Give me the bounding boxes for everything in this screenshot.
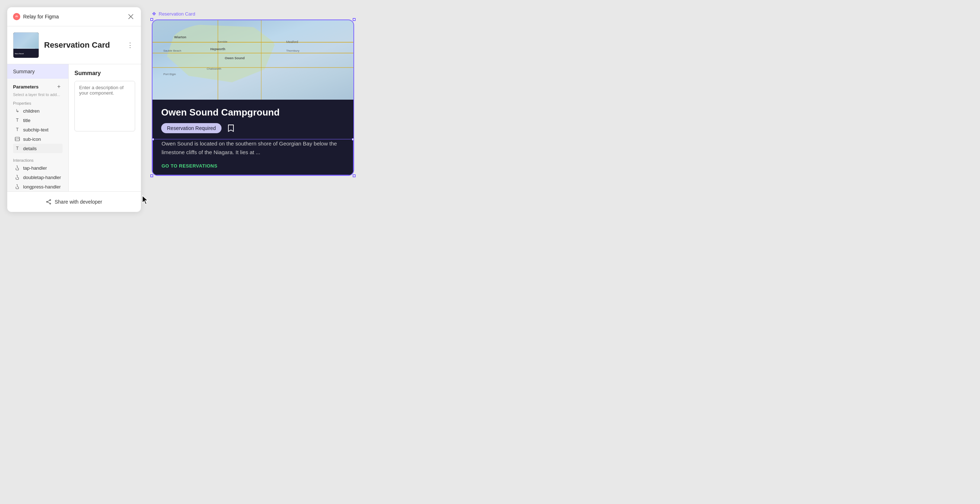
prop-sub-icon[interactable]: sub-icon — [13, 134, 62, 144]
campground-name: Owen Sound Campground — [161, 107, 345, 118]
prop-children-label: children — [23, 108, 40, 114]
select-hint: Select a layer first to add... — [13, 92, 62, 97]
bottom-section: Owen Sound is located on the southern sh… — [161, 139, 345, 175]
prop-children[interactable]: ↳ children — [13, 106, 62, 116]
component-name: Reservation Card — [44, 40, 110, 50]
summary-heading: Summary — [75, 70, 135, 76]
corner-br — [352, 174, 353, 175]
bookmark-icon[interactable] — [226, 123, 236, 133]
svg-point-0 — [15, 15, 18, 18]
text-type-icon-3: T — [14, 146, 20, 151]
right-panel: ❖ Reservation Card — [152, 7, 973, 176]
card-body: Owen Sound Campground Reservation Requir… — [153, 100, 353, 175]
share-with-developer-button[interactable]: Share with developer — [41, 197, 107, 207]
interactions-group-label: Interactions — [13, 157, 62, 163]
panel-header: Relay for Figma — [7, 7, 141, 26]
prop-tap-handler[interactable]: tap-handler — [13, 163, 62, 173]
card-container: Wiarton Kemble Sauble Beach Hepworth Owe… — [152, 19, 354, 176]
reservation-required-chip: Reservation Required — [161, 123, 221, 133]
prop-details-label: details — [23, 146, 37, 151]
longpress-icon — [14, 184, 20, 190]
doubletap-icon — [14, 174, 20, 180]
sidebar-nav: Summary Parameters + Select a layer firs… — [7, 64, 68, 191]
corner-tr — [352, 138, 353, 140]
card-map-image: Wiarton Kemble Sauble Beach Hepworth Owe… — [153, 20, 353, 100]
sidebar-item-summary[interactable]: Summary — [7, 64, 68, 79]
svg-point-4 — [47, 201, 48, 203]
share-footer: Share with developer — [7, 191, 141, 212]
longpress-handler-label: longpress-handler — [23, 184, 61, 190]
go-to-reservations-button[interactable]: GO TO RESERVATIONS — [162, 163, 218, 169]
tap-icon — [14, 165, 20, 171]
cursor-overlay — [141, 195, 150, 207]
prop-sub-icon-label: sub-icon — [23, 136, 41, 142]
prop-title[interactable]: T title — [13, 116, 62, 125]
prop-details[interactable]: T details — [13, 144, 62, 153]
corner-tl — [153, 138, 154, 140]
text-type-icon: T — [14, 117, 20, 123]
tap-handler-label: tap-handler — [23, 165, 47, 171]
arrow-return-icon: ↳ — [14, 108, 20, 114]
parameters-header: Parameters + — [13, 83, 62, 90]
reservation-card: Wiarton Kemble Sauble Beach Hepworth Owe… — [153, 20, 353, 175]
card-outline: Wiarton Kemble Sauble Beach Hepworth Owe… — [152, 19, 354, 176]
svg-point-2 — [50, 200, 51, 201]
prop-subchip-text-label: subchip-text — [23, 127, 48, 133]
component-label-icon: ❖ — [152, 11, 156, 17]
prop-doubletap-handler[interactable]: doubletap-handler — [13, 173, 62, 182]
doubletap-handler-label: doubletap-handler — [23, 175, 61, 180]
svg-point-3 — [50, 203, 51, 204]
relay-logo-icon — [13, 13, 20, 20]
chips-row: Reservation Required — [161, 123, 345, 133]
image-icon — [14, 136, 20, 142]
more-options-button[interactable]: ⋮ — [125, 40, 135, 50]
add-parameter-button[interactable]: + — [55, 83, 62, 90]
share-label: Share with developer — [54, 199, 102, 205]
sidebar-properties: Parameters + Select a layer first to add… — [7, 79, 68, 191]
card-description: Owen Sound is located on the southern sh… — [162, 139, 344, 157]
header-left: Relay for Figma — [13, 13, 59, 20]
panel-body: Summary Parameters + Select a layer firs… — [7, 64, 141, 191]
component-label-text: Reservation Card — [159, 11, 195, 17]
prop-longpress-handler[interactable]: longpress-handler — [13, 182, 62, 191]
component-label-row: ❖ Reservation Card — [152, 11, 195, 17]
text-type-icon-2: T — [14, 127, 20, 133]
properties-group-label: Properties — [13, 100, 62, 106]
corner-bl — [153, 174, 154, 175]
description-textarea[interactable] — [75, 81, 135, 132]
component-thumbnail: Owen Sound — [13, 32, 39, 58]
app-title: Relay for Figma — [23, 14, 59, 19]
bottom-section-outline: Owen Sound is located on the southern sh… — [153, 139, 353, 175]
main-content: Summary — [68, 64, 141, 191]
interactions-section: Interactions tap-handler — [13, 157, 62, 191]
component-info: Owen Sound Reservation Card ⋮ — [7, 26, 141, 64]
close-button[interactable] — [126, 12, 135, 21]
left-panel: Relay for Figma Owen Sound Reservation C… — [7, 7, 141, 212]
parameters-label: Parameters — [13, 84, 39, 90]
prop-title-label: title — [23, 118, 30, 123]
prop-subchip-text[interactable]: T subchip-text — [13, 125, 62, 134]
